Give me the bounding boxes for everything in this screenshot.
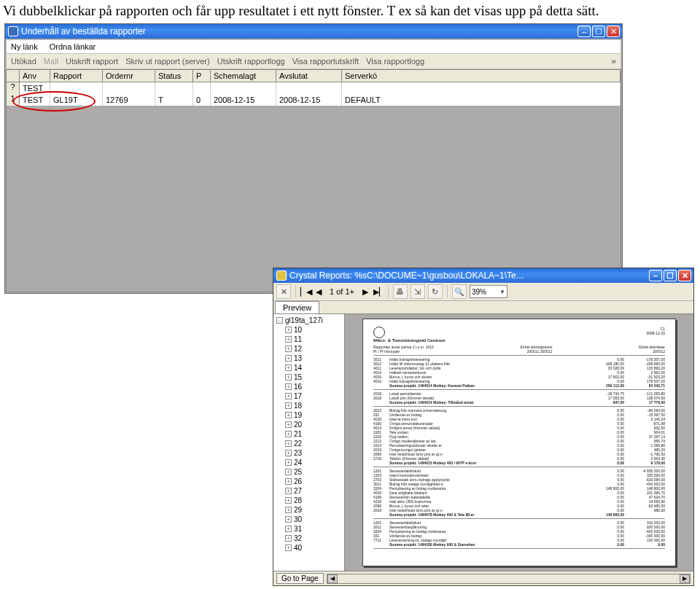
tree-expand-icon[interactable]: + [285,355,292,362]
print-icon[interactable]: 🖶 [393,284,408,299]
scroll-left-icon[interactable]: ◀ [327,574,338,583]
tree-expand-icon[interactable]: + [285,497,292,504]
tree-item[interactable]: +40 [275,543,343,553]
tree-item[interactable]: +21 [275,429,343,439]
first-page-icon[interactable]: ▏◀ [300,287,311,297]
tb-visa-utskrift[interactable]: Visa rapportutskrift [292,57,359,66]
tree-expand-icon[interactable]: + [285,336,292,343]
tb-utokad[interactable]: Utökad [11,57,36,66]
last-page-icon[interactable]: ▶▏ [373,287,384,297]
toolbar-overflow-icon[interactable]: » [611,56,616,66]
grid-header: Anv Rapport Ordernr Status P Schemalagt … [6,69,621,82]
tree-item[interactable]: +26 [275,477,343,486]
tree-item[interactable]: +19 [275,410,343,420]
tree-item[interactable]: +20 [275,420,343,429]
tree-item[interactable]: +11 [275,335,343,344]
table-row[interactable]: 1 TEST GL19T 12769 T 0 2008-12-15 2008-1… [6,94,621,106]
tree-item[interactable]: +24 [275,458,343,467]
tree-expand-icon[interactable]: + [285,374,292,381]
tree-expand-icon[interactable]: + [285,526,292,532]
tree-item[interactable]: +28 [275,496,343,505]
tree-expand-icon[interactable]: + [285,327,292,333]
tree-expand-icon[interactable]: + [285,346,292,352]
report-viewport[interactable]: C1 2008-12-15 Mikro- & Tumörbiologiskt C… [345,314,693,571]
export-icon[interactable]: ⇲ [411,284,425,299]
tree-expand-icon[interactable]: + [285,488,292,494]
tb-utskrift-log[interactable]: Utskrift rapportlogg [217,57,285,66]
tree-item[interactable]: +10 [275,325,343,335]
tree-collapse-icon[interactable]: – [276,317,283,324]
tree-item-label: 30 [294,515,302,524]
tree-expand-icon[interactable]: + [285,440,292,447]
col-p[interactable]: P [193,70,211,82]
tree-expand-icon[interactable]: + [285,402,292,409]
tree-item[interactable]: +16 [275,382,343,391]
tb-skriv-server[interactable]: Skriv ut rapport (server) [125,57,210,66]
col-status[interactable]: Status [155,70,193,82]
minimize-button[interactable]: – [578,26,591,37]
tree-item[interactable]: +17 [275,391,343,401]
tree-item[interactable]: +31 [275,524,343,534]
zoom-select[interactable]: 39% ▼ [470,285,508,298]
tree-expand-icon[interactable]: + [285,545,292,551]
tree-item[interactable]: +15 [275,372,343,382]
cr-titlebar: Crystal Reports: %sC:\DOCUME~1\gusbou\LO… [273,268,693,283]
maximize-button[interactable]: ☐ [592,26,605,37]
app-icon [8,26,18,36]
tree-expand-icon[interactable]: + [285,393,292,399]
col-rapport[interactable]: Rapport [50,70,103,82]
nylank-menu[interactable]: Ny länk [11,42,38,51]
tb-utskrift[interactable]: Utskrift rapport [66,57,118,66]
tree-expand-icon[interactable]: + [285,478,292,485]
tree-expand-icon[interactable]: + [285,431,292,437]
h-scrollbar[interactable]: ◀ ▶ [327,574,691,584]
cr-close-preview-icon[interactable]: ✕ [276,284,291,299]
ordna-menu[interactable]: Ordna länkar [50,42,96,51]
tree-expand-icon[interactable]: + [285,421,292,428]
tree-item[interactable]: +32 [275,534,343,543]
tree-item-label: 19 [294,410,302,420]
col-avslutat[interactable]: Avslutat [276,70,342,82]
cell-anv: TEST [20,94,50,106]
tree-item[interactable]: +14 [275,363,343,372]
col-serverko[interactable]: Serverkö [342,70,621,82]
tab-preview[interactable]: Preview [275,301,319,313]
tree-item[interactable]: +18 [275,401,343,410]
tree-expand-icon[interactable]: + [285,412,292,418]
cr-maximize-button[interactable]: ☐ [664,270,677,281]
col-schemalagt[interactable]: Schemalagt [211,70,276,82]
tree-item[interactable]: +22 [275,439,343,448]
rpt-sub1-md: 200011 200012 [521,349,553,354]
group-tree[interactable]: – gl19ta_127i +10+11+12+13+14+15+16+17+1… [273,314,345,571]
tree-expand-icon[interactable]: + [285,469,292,475]
goto-page-button[interactable]: Go to Page [276,573,324,584]
tree-expand-icon[interactable]: + [285,383,292,390]
tree-item[interactable]: +13 [275,354,343,363]
col-ordernr[interactable]: Ordernr [103,70,155,82]
col-anv[interactable]: Anv [20,70,50,82]
prev-page-icon[interactable]: ◀ [314,287,324,297]
refresh-icon[interactable]: ↻ [428,284,443,299]
grid-empty-area [6,106,621,292]
tree-item[interactable]: +12 [275,344,343,354]
tree-item[interactable]: +30 [275,515,343,524]
tree-expand-icon[interactable]: + [285,450,292,456]
tree-item[interactable]: +25 [275,467,343,477]
tree-expand-icon[interactable]: + [285,364,292,371]
tree-item[interactable]: +29 [275,505,343,515]
tree-item[interactable]: +27 [275,486,343,496]
cr-close-button[interactable]: ✕ [678,270,691,281]
rpt-date: 2008-12-15 [646,331,665,335]
scroll-right-icon[interactable]: ▶ [680,574,690,583]
cr-minimize-button[interactable]: – [649,270,662,281]
table-row[interactable]: ? TEST [6,82,621,94]
tb-visa-log[interactable]: Visa rapportlogg [366,57,424,66]
tree-expand-icon[interactable]: + [285,535,292,542]
tree-item[interactable]: +23 [275,448,343,458]
tree-expand-icon[interactable]: + [285,516,292,523]
next-page-icon[interactable]: ▶ [360,287,370,297]
tree-expand-icon[interactable]: + [285,459,292,466]
close-button[interactable]: ✕ [607,26,620,37]
search-icon[interactable]: 🔍 [452,284,467,299]
tree-expand-icon[interactable]: + [285,507,292,513]
